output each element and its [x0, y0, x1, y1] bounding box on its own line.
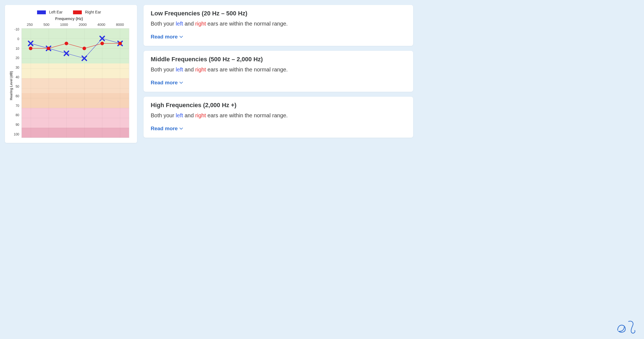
left-ear-word: left — [176, 21, 183, 27]
y-tick-label: 80 — [16, 113, 19, 117]
data-point-left-ear — [82, 56, 86, 61]
data-point-right-ear — [100, 42, 104, 45]
read-more-toggle[interactable]: Read more — [151, 34, 406, 40]
x-tick-label: 500 — [43, 23, 49, 27]
data-point-right-ear — [118, 42, 122, 45]
y-tick-label: 10 — [16, 47, 19, 51]
frequency-result-card: High Frequencies (2,000 Hz +)Both your l… — [144, 97, 413, 138]
x-tick-label: 4000 — [97, 23, 105, 27]
y-tick-label: 30 — [16, 66, 19, 70]
left-ear-word: left — [176, 112, 183, 118]
y-tick-label: 0 — [17, 37, 19, 41]
legend-item-left-ear: Left Ear — [37, 10, 63, 14]
data-point-right-ear — [29, 47, 32, 50]
grid-line-h — [22, 138, 129, 138]
y-tick-label: 100 — [14, 132, 19, 136]
y-tick-label: 20 — [16, 56, 19, 60]
results-card-list: Low Frequencies (20 Hz – 500 Hz)Both you… — [144, 5, 413, 215]
card-title: Low Frequencies (20 Hz – 500 Hz) — [151, 10, 406, 17]
chevron-down-icon — [179, 35, 183, 39]
y-tick-label: 60 — [16, 94, 19, 98]
card-title: Middle Frequencies (500 Hz – 2,000 Hz) — [151, 56, 406, 63]
x-axis-title: Frequency (Hz) — [9, 16, 129, 21]
legend-item-right-ear: Right Ear — [73, 10, 101, 14]
x-tick-label: 250 — [27, 23, 33, 27]
data-point-left-ear — [100, 36, 104, 41]
x-tick-label: 2000 — [79, 23, 87, 27]
x-axis-ticks: 2505001000200040008000 — [21, 23, 129, 28]
legend-label-right: Right Ear — [85, 10, 101, 14]
y-tick-label: 90 — [16, 123, 19, 127]
frequency-result-card: Low Frequencies (20 Hz – 500 Hz)Both you… — [144, 5, 413, 46]
read-more-toggle[interactable]: Read more — [151, 80, 406, 86]
right-ear-word: right — [195, 21, 206, 27]
chart-markers-overlay — [22, 29, 129, 138]
x-tick-label: 8000 — [116, 23, 124, 27]
y-tick-label: 70 — [16, 104, 19, 108]
chevron-down-icon — [179, 127, 183, 130]
chart-legend: Left Ear Right Ear — [9, 10, 129, 14]
read-more-label: Read more — [151, 34, 178, 40]
card-title: High Frequencies (2,000 Hz +) — [151, 102, 406, 109]
data-point-left-ear — [64, 51, 69, 56]
read-more-label: Read more — [151, 126, 178, 132]
y-axis-title: Hearing Level (dB) — [9, 23, 13, 138]
right-ear-word: right — [195, 112, 206, 118]
read-more-label: Read more — [151, 80, 178, 86]
data-point-left-ear — [29, 41, 33, 46]
y-tick-label: 40 — [16, 75, 19, 79]
data-point-right-ear — [65, 42, 68, 45]
read-more-toggle[interactable]: Read more — [151, 126, 406, 132]
audiogram-chart-card: Left Ear Right Ear Frequency (Hz) Hearin… — [5, 5, 137, 143]
data-point-right-ear — [83, 47, 86, 50]
card-body: Both your left and right ears are within… — [151, 20, 406, 28]
legend-swatch-right — [73, 10, 82, 14]
frequency-result-card: Middle Frequencies (500 Hz – 2,000 Hz)Bo… — [144, 51, 413, 92]
right-ear-word: right — [195, 66, 206, 73]
card-body: Both your left and right ears are within… — [151, 66, 406, 74]
left-ear-word: left — [176, 66, 183, 73]
y-tick-label: 50 — [16, 85, 19, 88]
chart-plot-area — [21, 28, 129, 138]
x-tick-label: 1000 — [60, 23, 68, 27]
card-body: Both your left and right ears are within… — [151, 112, 406, 120]
legend-label-left: Left Ear — [49, 10, 63, 14]
data-point-right-ear — [47, 47, 50, 50]
legend-swatch-left — [37, 10, 46, 14]
y-axis-ticks: -100102030405060708090100 — [13, 23, 21, 138]
chevron-down-icon — [179, 81, 183, 85]
y-tick-label: -10 — [15, 27, 19, 31]
